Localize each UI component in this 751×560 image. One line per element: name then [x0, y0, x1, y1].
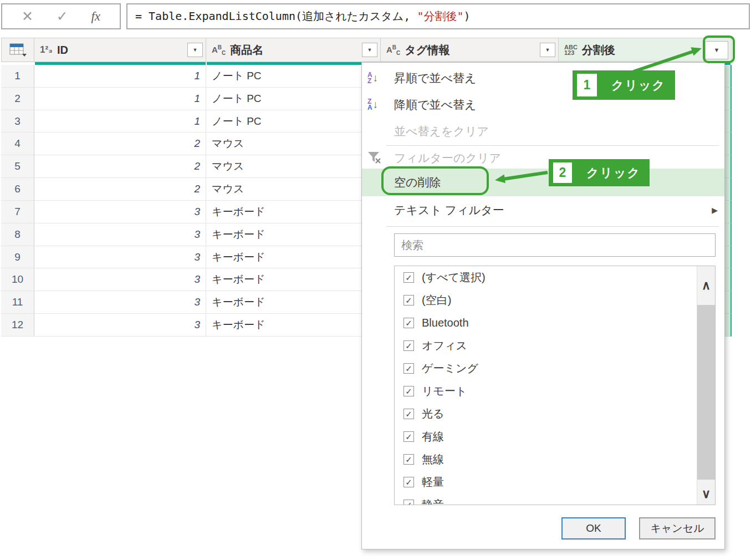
- scroll-up-icon[interactable]: ∧: [697, 278, 715, 293]
- menu-item-text-filters[interactable]: テキスト フィルター ▶: [362, 198, 724, 222]
- cell-id[interactable]: 1: [34, 88, 206, 110]
- cancel-formula-icon[interactable]: ✕: [22, 8, 33, 24]
- checkbox-checked[interactable]: ✓: [403, 272, 414, 283]
- cell-product[interactable]: キーボード: [206, 201, 381, 223]
- cell-id[interactable]: 2: [34, 155, 206, 178]
- checkbox-checked[interactable]: ✓: [403, 386, 414, 396]
- ok-button[interactable]: OK: [561, 517, 626, 539]
- cell-product[interactable]: キーボード: [206, 246, 381, 269]
- list-item[interactable]: ✓軽量: [395, 471, 715, 493]
- list-item[interactable]: ✓光る: [395, 403, 715, 425]
- cell-product[interactable]: キーボード: [206, 268, 381, 291]
- list-item[interactable]: ✓静音: [395, 493, 715, 505]
- filter-button-split[interactable]: ▼: [705, 41, 728, 59]
- checkbox-checked[interactable]: ✓: [403, 477, 414, 487]
- sort-za-descending-icon: ZA ↓: [367, 99, 390, 111]
- search-input[interactable]: [394, 233, 716, 257]
- checkbox-checked[interactable]: ✓: [403, 431, 414, 442]
- dropdown-triangle-icon: ▼: [714, 47, 720, 53]
- column-header-split[interactable]: ABC123 分割後 ▼: [559, 38, 732, 62]
- step1-label: クリック: [611, 77, 666, 94]
- text-type-icon: ABC: [212, 44, 226, 56]
- list-item-blank[interactable]: ✓(空白): [395, 289, 715, 312]
- menu-separator: [386, 145, 719, 146]
- row-number: 11: [1, 291, 34, 314]
- column-header-tags[interactable]: ABC タグ情報 ▼: [381, 38, 559, 62]
- cell-product[interactable]: ノート PC: [206, 65, 381, 88]
- scroll-down-icon[interactable]: ∨: [697, 487, 715, 501]
- list-item[interactable]: ✓ゲーミング: [395, 357, 715, 380]
- checkbox-checked[interactable]: ✓: [403, 295, 414, 306]
- scrollbar[interactable]: ∧ ∨: [697, 266, 715, 505]
- table-menu-icon: [9, 43, 27, 57]
- row-number: 12: [1, 314, 34, 337]
- clear-filter-icon: [367, 151, 382, 167]
- menu-item-clear-filter: フィルターのクリア: [362, 147, 724, 169]
- cell-id[interactable]: 2: [34, 178, 206, 201]
- formula-toolbar: ✕ ✓ fx: [1, 3, 121, 29]
- text-type-icon: ABC: [386, 44, 400, 56]
- cell-product[interactable]: ノート PC: [206, 88, 381, 110]
- row-number: 5: [1, 155, 34, 178]
- checkbox-checked[interactable]: ✓: [403, 318, 414, 328]
- step1-callout: 1 クリック: [573, 70, 675, 100]
- column-header-product[interactable]: ABC 商品名 ▼: [206, 38, 381, 62]
- list-item-select-all[interactable]: ✓(すべて選択): [395, 266, 715, 289]
- row-number: 8: [1, 223, 34, 246]
- list-item[interactable]: ✓有線: [395, 425, 715, 448]
- cell-product[interactable]: キーボード: [206, 291, 381, 314]
- cell-product[interactable]: マウス: [206, 133, 381, 155]
- checkbox-checked[interactable]: ✓: [403, 500, 414, 505]
- sort-az-ascending-icon: AZ ↓: [367, 72, 390, 84]
- formula-input[interactable]: = Table.ExpandListColumn(追加されたカスタム, "分割後…: [126, 3, 750, 29]
- numeric-type-icon: 1²₃: [40, 44, 53, 55]
- cell-product[interactable]: ノート PC: [206, 110, 381, 133]
- column-header-id[interactable]: 1²₃ ID ▼: [34, 38, 206, 62]
- cancel-button[interactable]: キャンセル: [639, 517, 716, 539]
- menu-item-remove-empty[interactable]: 空の削除: [362, 169, 724, 196]
- dropdown-triangle-icon: ▼: [545, 47, 550, 53]
- cell-id[interactable]: 2: [34, 133, 206, 155]
- filter-button-tags[interactable]: ▼: [540, 43, 555, 57]
- column-label-split: 分割後: [582, 43, 615, 58]
- step2-number: 2: [553, 162, 572, 183]
- list-item[interactable]: ✓リモート: [395, 380, 715, 403]
- row-number: 10: [1, 268, 34, 291]
- column-label-tags: タグ情報: [405, 43, 449, 58]
- cell-id[interactable]: 3: [34, 223, 206, 246]
- commit-formula-icon[interactable]: ✓: [57, 8, 68, 24]
- cell-product[interactable]: キーボード: [206, 314, 381, 337]
- list-item[interactable]: ✓オフィス: [395, 334, 715, 357]
- filter-button-id[interactable]: ▼: [187, 43, 203, 57]
- filter-button-product[interactable]: ▼: [362, 43, 377, 57]
- row-number: 4: [1, 133, 34, 155]
- checkbox-checked[interactable]: ✓: [403, 454, 414, 465]
- cell-id[interactable]: 1: [34, 110, 206, 133]
- checkbox-checked[interactable]: ✓: [403, 409, 414, 419]
- cell-product[interactable]: マウス: [206, 155, 381, 178]
- table-corner-button[interactable]: [1, 38, 34, 62]
- cell-product[interactable]: マウス: [206, 178, 381, 201]
- cell-id[interactable]: 1: [34, 65, 206, 88]
- list-item[interactable]: ✓Bluetooth: [395, 312, 715, 334]
- fx-icon[interactable]: fx: [91, 9, 100, 24]
- cell-id[interactable]: 3: [34, 201, 206, 223]
- formula-text: = Table.ExpandListColumn(追加されたカスタム, "分割後…: [135, 9, 471, 24]
- power-query-editor: ✕ ✓ fx = Table.ExpandListColumn(追加されたカスタ…: [0, 0, 751, 560]
- row-number: 7: [1, 201, 34, 223]
- cell-id[interactable]: 3: [34, 314, 206, 337]
- checkbox-checked[interactable]: ✓: [403, 340, 414, 351]
- cell-product[interactable]: キーボード: [206, 223, 381, 246]
- checkbox-checked[interactable]: ✓: [403, 363, 414, 374]
- dropdown-triangle-icon: ▼: [367, 47, 372, 53]
- column-label-id: ID: [57, 44, 68, 57]
- cell-id[interactable]: 3: [34, 291, 206, 314]
- scrollbar-thumb[interactable]: [697, 305, 715, 480]
- step1-number: 1: [577, 74, 597, 96]
- cell-id[interactable]: 3: [34, 268, 206, 291]
- step2-label: クリック: [586, 165, 641, 181]
- row-number: 6: [1, 178, 34, 201]
- list-item[interactable]: ✓無線: [395, 448, 715, 471]
- cell-id[interactable]: 3: [34, 246, 206, 269]
- row-number: 1: [1, 65, 34, 88]
